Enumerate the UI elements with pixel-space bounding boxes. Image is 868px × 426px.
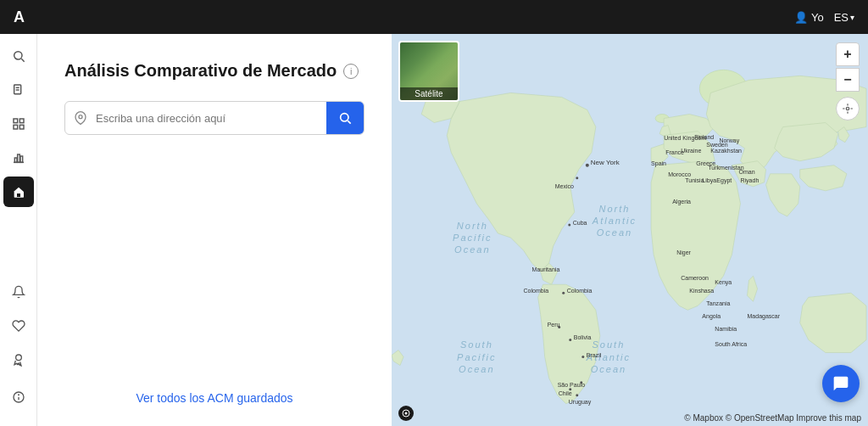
svg-rect-8 xyxy=(19,125,24,129)
mapbox-icon xyxy=(398,406,414,421)
sidebar-item-badge[interactable] xyxy=(3,345,34,375)
svg-text:Ocean: Ocean xyxy=(454,244,491,255)
svg-point-42 xyxy=(562,292,565,294)
sidebar-item-favorites[interactable] xyxy=(3,311,34,341)
svg-text:Colombia: Colombia xyxy=(567,288,593,294)
svg-rect-10 xyxy=(14,158,17,162)
user-menu[interactable]: 👤 Yo xyxy=(794,11,824,24)
svg-text:Ocean: Ocean xyxy=(459,364,495,374)
svg-point-38 xyxy=(576,177,578,179)
sidebar-item-notifications[interactable] xyxy=(3,277,34,307)
svg-point-84 xyxy=(846,107,849,110)
sidebar-item-home[interactable] xyxy=(3,177,34,207)
svg-text:Finland: Finland xyxy=(694,134,714,140)
svg-text:Ocean: Ocean xyxy=(591,364,627,374)
svg-text:Egypt: Egypt xyxy=(716,177,732,184)
panel-title: Análisis Comparativo de Mercado xyxy=(64,61,337,81)
view-all-acm-link[interactable]: Ver todos los ACM guardados xyxy=(136,391,292,405)
svg-text:Pacific: Pacific xyxy=(453,233,492,243)
svg-text:Spain: Spain xyxy=(651,160,666,167)
svg-text:Tanzania: Tanzania xyxy=(706,300,730,306)
svg-point-46 xyxy=(569,339,571,341)
user-icon: 👤 xyxy=(794,11,808,24)
satellite-label: Satélite xyxy=(400,87,458,100)
svg-rect-7 xyxy=(14,125,18,129)
svg-point-40 xyxy=(568,223,570,226)
svg-text:Bolivia: Bolivia xyxy=(574,334,592,340)
svg-rect-12 xyxy=(20,156,23,162)
sidebar xyxy=(0,34,37,426)
sidebar-item-chart[interactable] xyxy=(3,143,34,173)
svg-line-20 xyxy=(348,121,350,123)
svg-text:Namibia: Namibia xyxy=(715,326,737,332)
address-input[interactable] xyxy=(96,112,326,125)
svg-text:Chile: Chile xyxy=(559,390,572,396)
main-content: Análisis Comparativo de Mercado i Ver to… xyxy=(0,34,868,426)
panel-footer: Ver todos los ACM guardados xyxy=(64,390,364,406)
svg-text:Kinshasa: Kinshasa xyxy=(689,288,714,294)
chat-button[interactable] xyxy=(822,365,860,402)
address-search-bar xyxy=(64,101,364,135)
svg-text:Norway: Norway xyxy=(719,137,739,144)
map-zoom-controls: + − xyxy=(836,42,860,121)
svg-text:South: South xyxy=(460,339,493,350)
svg-text:Niger: Niger xyxy=(676,249,691,256)
svg-text:São Paulo: São Paulo xyxy=(558,382,585,388)
chevron-down-icon: ▾ xyxy=(850,13,854,22)
svg-text:New York: New York xyxy=(591,159,620,166)
svg-point-54 xyxy=(576,394,578,396)
svg-point-48 xyxy=(581,356,584,358)
sidebar-item-info[interactable] xyxy=(3,382,34,412)
language-selector[interactable]: ES ▾ xyxy=(834,11,854,24)
svg-text:Madagascar: Madagascar xyxy=(747,313,780,320)
svg-text:Colombia: Colombia xyxy=(524,288,549,294)
svg-rect-6 xyxy=(19,119,24,123)
svg-text:Atlantic: Atlantic xyxy=(592,216,637,226)
svg-point-0 xyxy=(14,52,21,59)
navbar-right: 👤 Yo ES ▾ xyxy=(794,11,854,24)
search-submit-button[interactable] xyxy=(326,101,364,135)
world-map-svg: North Pacific Ocean North Atlantic Ocean… xyxy=(392,34,868,426)
svg-text:South: South xyxy=(592,339,625,350)
sidebar-item-grid[interactable] xyxy=(3,109,34,139)
map-attribution: © Mapbox © OpenStreetMap Improve this ma… xyxy=(684,413,861,423)
svg-text:North: North xyxy=(598,204,630,214)
svg-point-18 xyxy=(79,115,82,119)
svg-text:Mauritania: Mauritania xyxy=(532,266,560,272)
mapbox-logo xyxy=(398,406,414,421)
svg-text:Kazakhstan: Kazakhstan xyxy=(710,148,742,154)
left-panel: Análisis Comparativo de Mercado i Ver to… xyxy=(37,34,392,426)
svg-text:South Africa: South Africa xyxy=(715,341,747,347)
panel-title-row: Análisis Comparativo de Mercado i xyxy=(64,61,364,81)
svg-line-1 xyxy=(21,59,24,61)
svg-text:Angola: Angola xyxy=(702,313,721,320)
zoom-out-button[interactable]: − xyxy=(836,68,860,92)
svg-point-86 xyxy=(405,412,408,415)
svg-text:North: North xyxy=(457,221,488,231)
app-logo: A xyxy=(14,8,25,26)
lang-label: ES xyxy=(834,11,849,24)
sidebar-item-search[interactable] xyxy=(3,41,34,71)
svg-text:Uruguay: Uruguay xyxy=(569,399,592,406)
svg-text:Brazil: Brazil xyxy=(587,352,602,358)
svg-text:Algeria: Algeria xyxy=(672,199,691,205)
map-area[interactable]: North Pacific Ocean North Atlantic Ocean… xyxy=(392,34,868,426)
sidebar-item-document[interactable] xyxy=(3,75,34,105)
location-button[interactable] xyxy=(836,97,860,121)
panel-info-icon[interactable]: i xyxy=(343,64,359,79)
map-pin-icon xyxy=(65,111,96,125)
user-label: Yo xyxy=(811,11,824,24)
svg-point-36 xyxy=(586,164,589,167)
svg-text:Ocean: Ocean xyxy=(597,227,633,238)
svg-text:Riyadh: Riyadh xyxy=(740,177,759,184)
navbar: A 👤 Yo ES ▾ xyxy=(0,0,868,34)
svg-text:Mexico: Mexico xyxy=(555,183,574,189)
svg-text:Peru: Peru xyxy=(548,322,560,328)
svg-text:Libya: Libya xyxy=(702,177,716,184)
svg-text:Cameroon: Cameroon xyxy=(681,275,709,281)
svg-text:Turkmenistan: Turkmenistan xyxy=(708,165,743,171)
satellite-thumbnail[interactable]: Satélite xyxy=(398,41,459,102)
svg-text:Cuba: Cuba xyxy=(573,220,587,226)
svg-text:Morocco: Morocco xyxy=(668,171,691,177)
zoom-in-button[interactable]: + xyxy=(836,42,860,66)
